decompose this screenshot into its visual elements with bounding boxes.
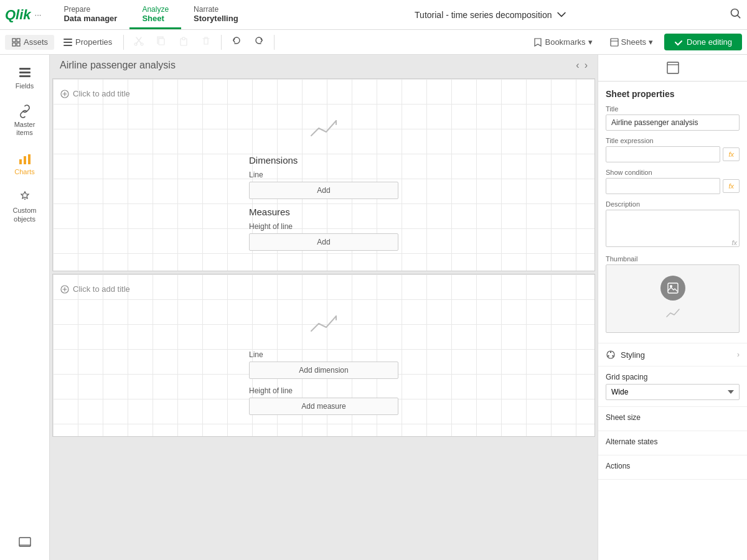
tab-narrate[interactable]: Narrate Storytelling xyxy=(181,0,251,29)
title-expression-label: Title expression xyxy=(606,137,740,144)
sheet-next-button[interactable]: › xyxy=(585,60,588,71)
sheet-properties-icon xyxy=(666,61,680,75)
svg-rect-12 xyxy=(182,37,185,40)
svg-point-26 xyxy=(670,285,672,287)
show-condition-row: fx xyxy=(606,178,740,194)
svg-point-9 xyxy=(141,43,143,45)
thumbnail-box[interactable] xyxy=(606,264,740,333)
main-content: Fields Master items Charts Custom object… xyxy=(0,55,747,560)
description-group: Description fx xyxy=(606,200,740,249)
sidebar-item-master-items[interactable]: Master items xyxy=(2,98,47,143)
custom-objects-label: Custom objects xyxy=(6,207,44,223)
copy-icon xyxy=(156,36,166,46)
copy-button[interactable] xyxy=(151,34,171,50)
chart-placeholder-1: Dimensions Line Add Measures Height of l… xyxy=(60,101,587,263)
bookmarks-chevron: ▾ xyxy=(588,37,593,47)
description-textarea-wrap: fx xyxy=(606,210,740,249)
cut-icon xyxy=(134,36,144,46)
properties-button[interactable]: Properties xyxy=(57,35,118,50)
grid-spacing-select[interactable]: Wide Medium Narrow xyxy=(606,384,740,400)
add-title-2[interactable]: Click to add title xyxy=(60,282,587,296)
charts-icon xyxy=(18,152,32,166)
undo-button[interactable] xyxy=(227,34,247,50)
sidebar-item-fields[interactable]: Fields xyxy=(2,60,47,96)
description-label: Description xyxy=(606,200,740,208)
canvas-panel-1: Click to add title Dimensions Line Add xyxy=(52,78,595,271)
footer-icon xyxy=(18,535,32,549)
sheet-size-label: Sheet size xyxy=(606,413,740,422)
svg-rect-7 xyxy=(63,45,72,46)
add-measure-btn-1[interactable]: Add xyxy=(249,233,398,251)
title-field-group: Title xyxy=(606,105,740,131)
title-field-label: Title xyxy=(606,105,740,113)
description-fx-button[interactable]: fx xyxy=(731,239,737,246)
paste-icon xyxy=(179,36,189,46)
sidebar-item-custom-objects[interactable]: Custom objects xyxy=(2,184,47,229)
thumbnail-upload-icon xyxy=(660,276,685,301)
add-dimension-btn-2[interactable]: Add dimension xyxy=(249,362,398,379)
dimensions-section-1: Dimensions Line Add Measures Height of l… xyxy=(249,155,398,251)
chart-icon-2 xyxy=(309,309,339,340)
sheet-title: Airline passenger analysis xyxy=(60,60,176,71)
sheet-header: Airline passenger analysis ‹ › xyxy=(50,55,598,76)
redo-button[interactable] xyxy=(249,34,269,50)
bookmarks-icon xyxy=(533,38,542,47)
add-measure-btn-2[interactable]: Add measure xyxy=(249,398,398,415)
thumbnail-chart-icon xyxy=(665,306,680,322)
redo-icon xyxy=(254,36,264,46)
cut-button[interactable] xyxy=(129,34,149,50)
tab-analyze[interactable]: Analyze Sheet xyxy=(129,0,181,29)
sheets-icon xyxy=(610,38,619,47)
tab-prepare[interactable]: Prepare Data manager xyxy=(51,0,129,29)
toolbar: Assets Properties Bookmarks ▾ Sheets ▾ xyxy=(0,30,747,55)
nav-dots-menu[interactable]: ··· xyxy=(35,10,42,19)
chart-icon-1 xyxy=(309,113,339,145)
actions-section: Actions xyxy=(598,455,747,480)
delete-button[interactable] xyxy=(196,34,216,50)
sheet-prev-button[interactable]: ‹ xyxy=(576,60,579,71)
sidebar-item-charts[interactable]: Charts xyxy=(2,146,47,182)
svg-rect-18 xyxy=(24,156,26,164)
title-field-input[interactable] xyxy=(606,114,740,131)
measures-section-2: Height of line Add measure xyxy=(249,386,398,415)
actions-label: Actions xyxy=(606,462,740,470)
show-condition-fx-button[interactable]: fx xyxy=(723,179,740,193)
sidebar-item-footer[interactable] xyxy=(2,529,47,555)
toolbar-separator-2 xyxy=(221,35,222,50)
description-textarea[interactable] xyxy=(606,210,740,247)
title-expression-group: Title expression fx xyxy=(606,137,740,162)
svg-point-30 xyxy=(608,355,609,357)
toolbar-right: Bookmarks ▾ Sheets ▾ Done editing xyxy=(527,34,742,50)
assets-button[interactable]: Assets xyxy=(5,35,54,50)
add-title-1[interactable]: Click to add title xyxy=(60,86,587,101)
show-condition-input[interactable] xyxy=(606,178,720,194)
qlik-logo: Qlik xyxy=(5,7,31,23)
delete-icon xyxy=(201,36,211,46)
tab-analyze-sub: Sheet xyxy=(142,14,169,23)
properties-icon xyxy=(63,37,73,47)
fields-label: Fields xyxy=(16,82,34,90)
plus-circle-icon-2 xyxy=(60,285,69,294)
bookmarks-button[interactable]: Bookmarks ▾ xyxy=(527,35,598,49)
search-button[interactable] xyxy=(730,7,742,22)
done-editing-button[interactable]: Done editing xyxy=(664,34,742,50)
title-expression-fx-button[interactable]: fx xyxy=(723,147,740,161)
alternate-states-section: Alternate states xyxy=(598,431,747,455)
link-icon xyxy=(18,105,32,118)
master-items-label: Master items xyxy=(6,121,44,137)
svg-rect-24 xyxy=(667,62,679,73)
svg-point-20 xyxy=(24,198,26,200)
sheets-button[interactable]: Sheets ▾ xyxy=(604,35,659,49)
app-title: Tutorial - time series decomposition xyxy=(415,10,552,20)
add-dimension-btn-1[interactable]: Add xyxy=(249,182,398,199)
title-expression-input[interactable] xyxy=(606,146,720,162)
styling-section[interactable]: Styling › xyxy=(598,343,747,366)
fields-icon xyxy=(18,66,32,80)
paste-button[interactable] xyxy=(174,34,194,50)
left-sidebar: Fields Master items Charts Custom object… xyxy=(0,55,50,560)
sheet-properties-section: Sheet properties Title Title expression … xyxy=(598,82,747,343)
chevron-down-icon[interactable] xyxy=(557,11,566,19)
measures-section-1: Measures Height of line Add xyxy=(249,207,398,251)
grid-spacing-label: Grid spacing xyxy=(606,373,740,381)
svg-rect-6 xyxy=(63,42,72,43)
